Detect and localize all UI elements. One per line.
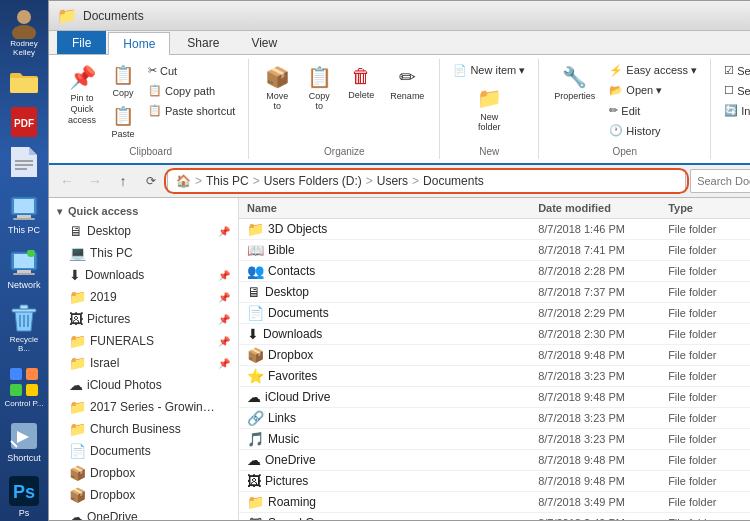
tab-home[interactable]: Home <box>108 32 170 55</box>
file-row[interactable]: 📄Documents8/7/2018 2:29 PMFile folder <box>239 303 750 324</box>
tab-view[interactable]: View <box>236 31 292 54</box>
file-icon-links: 🔗 <box>247 410 264 426</box>
desktop-icon-recyclebin[interactable]: Recycle B... <box>2 299 46 356</box>
up-button[interactable]: ↑ <box>111 169 135 193</box>
tab-share[interactable]: Share <box>172 31 234 54</box>
downloads-pin: 📌 <box>218 270 230 281</box>
nav-item-onedrive[interactable]: ☁ OneDrive <box>49 506 238 520</box>
desktop-icon-network[interactable]: Network <box>2 244 46 293</box>
select-all-button[interactable]: ☑ Select all <box>719 61 750 80</box>
nav-item-dropbox1[interactable]: 📦 Dropbox <box>49 462 238 484</box>
back-button[interactable]: ← <box>55 169 79 193</box>
file-name: Pictures <box>265 474 538 488</box>
desktop-icon-photoshop[interactable]: Ps Ps <box>2 472 46 521</box>
path-part-users[interactable]: Users <box>377 174 408 188</box>
copy-to-button[interactable]: 📋 Copyto <box>299 61 339 115</box>
move-to-button[interactable]: 📦 Moveto <box>257 61 297 115</box>
folder-icon <box>8 66 40 98</box>
rename-label: Rename <box>390 91 424 101</box>
nav-item-pictures[interactable]: 🖼 Pictures 📌 <box>49 308 238 330</box>
desktop-icon-controlpanel[interactable]: Control P... <box>2 363 46 411</box>
cut-button[interactable]: ✂ Cut <box>143 61 240 80</box>
desktop-icon-pdf[interactable]: PDF <box>2 103 46 141</box>
path-part-thispc[interactable]: This PC <box>206 174 249 188</box>
header-date[interactable]: Date modified <box>538 202 668 214</box>
search-input[interactable] <box>690 169 750 193</box>
nav-item-desktop[interactable]: 🖥 Desktop 📌 <box>49 220 238 242</box>
pictures-nav-label: Pictures <box>87 312 130 326</box>
nav-item-downloads[interactable]: ⬇ Downloads 📌 <box>49 264 238 286</box>
desktop-icon-folder[interactable] <box>2 63 46 101</box>
select-none-button[interactable]: ☐ Select none <box>719 81 750 100</box>
desktop-icon-user[interactable]: RodneyKelley <box>2 4 46 61</box>
nav-item-2017series[interactable]: 📁 2017 Series - Growing Strong in Grace <box>49 396 238 418</box>
file-row[interactable]: ☁iCloud Drive8/7/2018 9:48 PMFile folder <box>239 387 750 408</box>
delete-button[interactable]: 🗑 Delete <box>341 61 381 104</box>
file-name: iCloud Drive <box>265 390 538 404</box>
pin-to-quick-button[interactable]: 📌 Pin to Quickaccess <box>61 61 103 129</box>
file-list-header: Name Date modified Type Size <box>239 198 750 219</box>
refresh-button[interactable]: ⟳ <box>139 169 163 193</box>
history-button[interactable]: 🕐 History <box>604 121 702 140</box>
copy-button[interactable]: 📋 Copy <box>105 61 141 101</box>
file-row[interactable]: ☁OneDrive8/7/2018 9:48 PMFile folder <box>239 450 750 471</box>
paste-shortcut-button[interactable]: 📋 Paste shortcut <box>143 101 240 120</box>
invert-selection-button[interactable]: 🔄 Invert selection <box>719 101 750 120</box>
nav-quick-access-header[interactable]: ▾ Quick access <box>49 202 238 220</box>
file-row[interactable]: 🖼Pictures8/7/2018 9:48 PMFile folder <box>239 471 750 492</box>
open-small-buttons: ⚡ Easy access ▾ 📂 Open ▾ ✏ Edit 🕐 Histor… <box>604 61 702 140</box>
file-row[interactable]: 🎮Saved Games8/7/2018 3:49 PMFile folder <box>239 513 750 520</box>
file-row[interactable]: 📖Bible8/7/2018 7:41 PMFile folder <box>239 240 750 261</box>
file-name: Downloads <box>263 327 538 341</box>
address-path-bar[interactable]: 🏠 > This PC > Users Folders (D:) > Users… <box>167 169 686 193</box>
rename-button[interactable]: ✏ Rename <box>383 61 431 105</box>
forward-button[interactable]: → <box>83 169 107 193</box>
nav-item-israel[interactable]: 📁 Israel 📌 <box>49 352 238 374</box>
desktop-sidebar: RodneyKelley PDF <box>0 0 48 521</box>
easy-access-button[interactable]: ⚡ Easy access ▾ <box>604 61 702 80</box>
nav-item-2019[interactable]: 📁 2019 📌 <box>49 286 238 308</box>
israel-nav-icon: 📁 <box>69 355 86 371</box>
thispc-label: This PC <box>8 225 40 235</box>
nav-item-thispc[interactable]: 💻 This PC <box>49 242 238 264</box>
nav-item-funerals[interactable]: 📁 FUNERALS 📌 <box>49 330 238 352</box>
clipboard-main-buttons: 📌 Pin to Quickaccess 📋 Copy 📋 Paste <box>61 61 240 142</box>
paste-label: Paste <box>112 129 135 139</box>
properties-button[interactable]: 🔧 Properties <box>547 61 602 105</box>
address-bar: ← → ↑ ⟳ 🏠 > This PC > Users Folders (D:)… <box>49 165 750 198</box>
svg-rect-21 <box>10 368 22 380</box>
file-row[interactable]: ⬇Downloads8/7/2018 2:30 PMFile folder <box>239 324 750 345</box>
svg-rect-23 <box>10 384 22 396</box>
file-row[interactable]: 🎵Music8/7/2018 3:23 PMFile folder <box>239 429 750 450</box>
file-row[interactable]: 📦Dropbox8/7/2018 9:48 PMFile folder <box>239 345 750 366</box>
desktop-icon-thispc[interactable]: This PC <box>2 189 46 238</box>
easy-access-label: Easy access ▾ <box>626 64 697 77</box>
nav-item-dropbox2[interactable]: 📦 Dropbox <box>49 484 238 506</box>
file-icon-bible: 📖 <box>247 242 264 258</box>
file-row[interactable]: 🔗Links8/7/2018 3:23 PMFile folder <box>239 408 750 429</box>
tab-file[interactable]: File <box>57 31 106 54</box>
edit-button[interactable]: ✏ Edit <box>604 101 702 120</box>
header-name[interactable]: Name <box>247 202 538 214</box>
paste-button[interactable]: 📋 Paste <box>105 102 141 142</box>
path-part-documents[interactable]: Documents <box>423 174 484 188</box>
desktop-icon-shortcut[interactable]: Shortcut <box>2 417 46 466</box>
file-name: Links <box>268 411 538 425</box>
nav-item-documents[interactable]: 📄 Documents <box>49 440 238 462</box>
path-part-userfolders[interactable]: Users Folders (D:) <box>264 174 362 188</box>
file-row[interactable]: ⭐Favorites8/7/2018 3:23 PMFile folder <box>239 366 750 387</box>
nav-item-icloud[interactable]: ☁ iCloud Photos <box>49 374 238 396</box>
new-item-button[interactable]: 📄 New item ▾ <box>448 61 530 80</box>
nav-item-churchbusiness[interactable]: 📁 Church Business <box>49 418 238 440</box>
file-row[interactable]: 📁3D Objects8/7/2018 1:46 PMFile folder <box>239 219 750 240</box>
open-button[interactable]: 📂 Open ▾ <box>604 81 702 100</box>
header-type[interactable]: Type <box>668 202 750 214</box>
file-row[interactable]: 🖥Desktop8/7/2018 7:37 PMFile folder <box>239 282 750 303</box>
new-folder-button[interactable]: 📁 Newfolder <box>469 82 509 136</box>
window-title: Documents <box>83 9 750 23</box>
copy-path-button[interactable]: 📋 Copy path <box>143 81 240 100</box>
file-name: 3D Objects <box>268 222 538 236</box>
file-row[interactable]: 👥Contacts8/7/2018 2:28 PMFile folder <box>239 261 750 282</box>
file-row[interactable]: 📁Roaming8/7/2018 3:49 PMFile folder <box>239 492 750 513</box>
desktop-icon-file[interactable] <box>2 143 46 181</box>
